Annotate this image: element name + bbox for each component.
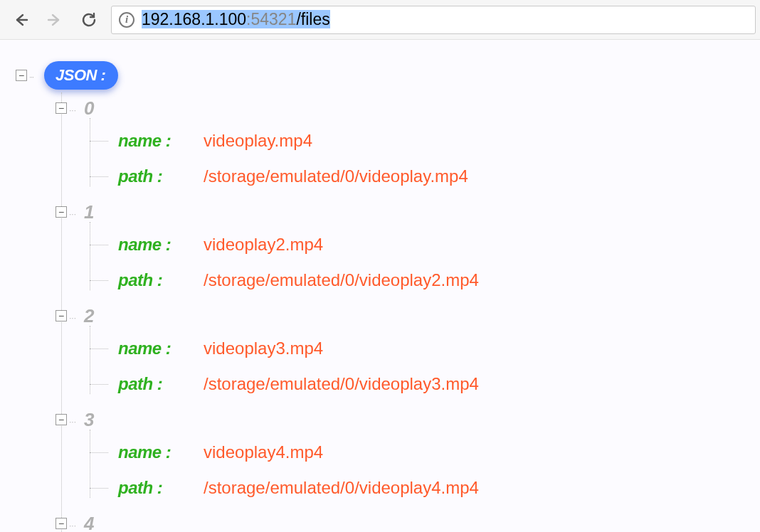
collapse-root-toggle[interactable]: − [16,70,27,81]
url-text: 192.168.1.100:54321/files [142,10,330,29]
back-button[interactable] [4,6,37,34]
json-property: name : videoplay4.mp4 [90,442,323,462]
json-property: path : /storage/emulated/0/videoplay2.mp… [90,270,479,290]
json-property: path : /storage/emulated/0/videoplay4.mp… [90,478,479,498]
json-key: path : [118,166,182,186]
collapse-item-toggle[interactable]: − [56,310,67,321]
json-property: name : videoplay2.mp4 [90,235,323,255]
json-key: name : [118,131,182,151]
json-property: name : videoplay3.mp4 [90,339,323,358]
forward-button[interactable] [38,6,71,34]
reload-icon [80,11,97,28]
browser-toolbar: i 192.168.1.100:54321/files [0,0,760,40]
json-root-label: JSON : [44,61,118,90]
json-value: /storage/emulated/0/videoplay3.mp4 [204,374,479,394]
array-index: 2 [84,305,94,327]
collapse-item-toggle[interactable]: − [56,414,67,425]
json-key: path : [118,270,182,290]
reload-button[interactable] [73,6,105,34]
arrow-left-icon [12,11,29,28]
array-index: 1 [84,201,94,223]
array-index: 3 [84,409,94,431]
collapse-item-toggle[interactable]: − [56,206,67,218]
collapse-item-toggle[interactable]: − [56,518,67,529]
array-index: 4 [84,513,94,532]
json-key: path : [118,478,182,498]
info-icon[interactable]: i [119,12,134,28]
json-key: name : [118,339,182,358]
json-viewer: − ··· JSON : − ··· 0 name : videoplay.mp… [0,40,760,532]
json-value: videoplay.mp4 [204,131,312,151]
array-index: 0 [84,97,94,119]
json-value: /storage/emulated/0/videoplay2.mp4 [204,270,479,290]
json-key: name : [118,235,182,255]
json-key: path : [118,374,182,394]
address-bar[interactable]: i 192.168.1.100:54321/files [111,6,756,34]
json-property: path : /storage/emulated/0/videoplay.mp4 [90,166,468,186]
arrow-right-icon [46,11,63,28]
json-value: videoplay4.mp4 [204,442,323,462]
json-value: /storage/emulated/0/videoplay.mp4 [204,166,468,186]
json-property: path : /storage/emulated/0/videoplay3.mp… [90,374,479,394]
json-value: videoplay2.mp4 [204,235,323,255]
json-property: name : videoplay.mp4 [90,131,312,151]
collapse-item-toggle[interactable]: − [56,102,67,114]
json-value: videoplay3.mp4 [204,339,323,358]
json-key: name : [118,442,182,462]
json-value: /storage/emulated/0/videoplay4.mp4 [204,478,479,498]
